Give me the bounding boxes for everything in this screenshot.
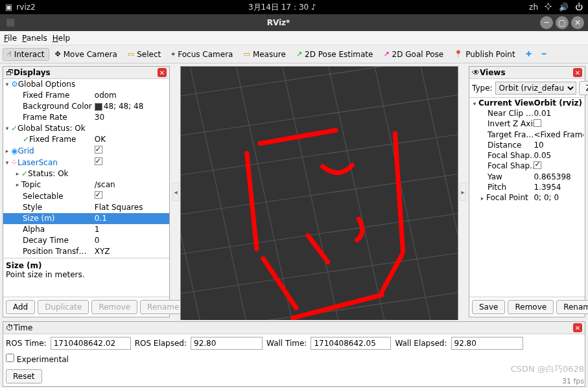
pin-icon: 📍 [454, 50, 463, 58]
view-type-select[interactable]: Orbit (rviz_defau [495, 82, 576, 95]
menubar: File Panels Help [0, 31, 588, 45]
zero-button[interactable]: Zero [579, 81, 588, 95]
measure-button[interactable]: ▭Measure [239, 48, 290, 61]
interact-button[interactable]: ☝Interact [3, 48, 49, 61]
volume-icon[interactable]: 🔊 [559, 3, 569, 12]
views-panel: 👁 Views ✕ Type: Orbit (rviz_defau Zero ▾… [469, 66, 585, 317]
view-rename-button[interactable]: Rename [556, 300, 588, 314]
reset-button[interactable]: Reset [6, 369, 42, 383]
grid-checkbox[interactable] [95, 146, 102, 154]
window-titlebar: RViz* ─ ▢ ✕ [0, 14, 588, 31]
remove-tool-button[interactable]: ━ [537, 48, 551, 60]
watermark: CSDN @白巧0628 [511, 363, 584, 375]
menu-file[interactable]: File [4, 34, 17, 43]
move-icon: ✥ [55, 50, 61, 58]
viewport-container: ◂ [172, 66, 466, 317]
svg-line-6 [181, 285, 458, 320]
svg-line-9 [233, 67, 306, 320]
goal-icon: ↗ [383, 50, 389, 58]
view-remove-button[interactable]: Remove [508, 300, 554, 314]
close-button[interactable]: ✕ [571, 16, 584, 29]
views-title: Views [480, 68, 573, 77]
minus-icon: ━ [542, 50, 547, 58]
property-description: Size (m) Point size in meters. [3, 258, 169, 297]
window-title: RViz* [18, 18, 539, 27]
panel-close-button[interactable]: ✕ [158, 68, 167, 77]
svg-line-12 [372, 67, 445, 320]
size-row[interactable]: Size (m)0.1 [3, 213, 169, 224]
menu-panels[interactable]: Panels [22, 34, 47, 43]
fps-label: 31 fps [562, 377, 584, 385]
add-button[interactable]: Add [6, 300, 35, 314]
wall-elapsed-label: Wall Elapsed: [395, 339, 447, 348]
wall-time-label: Wall Time: [266, 339, 307, 348]
pose-estimate-button[interactable]: ↗2D Pose Estimate [292, 48, 378, 61]
views-tree[interactable]: ▾Current ViewOrbit (rviz) Near Clip …0.0… [469, 98, 585, 297]
focal-shape-checkbox[interactable] [534, 161, 541, 169]
displays-panel: 🗗 Displays ✕ ▾⚙ Global Options Fixed Fra… [3, 66, 170, 317]
clock: 3月14日 17：30 [248, 3, 309, 12]
3d-viewport[interactable] [180, 66, 458, 320]
ros-time-input[interactable] [51, 337, 131, 350]
goal-pose-button[interactable]: ↗2D Goal Pose [379, 48, 448, 61]
time-icon: ⏱ [6, 323, 14, 332]
views-icon: 👁 [472, 68, 480, 77]
os-topbar: ▣ rviz2 3月14日 17：30 ♪ zh ⯎ 🔊 ⏻ [0, 0, 588, 14]
maximize-button[interactable]: ▢ [556, 16, 569, 29]
toolbar: ☝Interact ✥Move Camera ▭Select ⌖Focus Ca… [0, 45, 588, 63]
invert-z-checkbox[interactable] [534, 119, 541, 127]
time-title: Time [14, 323, 573, 332]
left-collapse-handle[interactable]: ◂ [172, 183, 179, 201]
duplicate-button: Duplicate [38, 300, 89, 314]
app-icon: ▣ [5, 3, 12, 12]
lang-indicator[interactable]: zh [529, 3, 538, 12]
hand-icon: ☝ [7, 50, 12, 58]
focus-camera-button[interactable]: ⌖Focus Camera [167, 48, 237, 61]
view-save-button[interactable]: Save [472, 300, 505, 314]
ros-elapsed-label: ROS Elapsed: [135, 339, 187, 348]
ruler-icon: ▭ [243, 50, 250, 58]
svg-line-0 [181, 67, 458, 100]
move-camera-button[interactable]: ✥Move Camera [51, 48, 122, 61]
ros-elapsed-input[interactable] [191, 337, 263, 350]
svg-line-3 [181, 166, 458, 219]
scene-svg [181, 67, 458, 320]
wall-time-input[interactable] [311, 337, 391, 350]
svg-line-13 [418, 67, 458, 320]
laserscan-checkbox[interactable] [95, 157, 102, 165]
menu-help[interactable]: Help [53, 34, 70, 43]
minimize-button[interactable]: ─ [540, 16, 553, 29]
svg-line-10 [280, 67, 353, 320]
network-icon[interactable]: ⯎ [545, 3, 552, 12]
bell-icon: ♪ [311, 3, 316, 12]
power-icon[interactable]: ⏻ [575, 3, 583, 12]
app-indicator: rviz2 [16, 3, 35, 12]
svg-line-14 [181, 67, 214, 320]
remove-button: Remove [91, 300, 137, 314]
ros-time-label: ROS Time: [6, 339, 47, 348]
select-button[interactable]: ▭Select [123, 48, 165, 61]
pose-estimate-icon: ↗ [296, 50, 302, 58]
app-window-icon [6, 19, 14, 27]
add-tool-button[interactable]: ✚ [521, 48, 536, 60]
displays-icon: 🗗 [6, 68, 14, 77]
time-panel: ⏱ Time ✕ ROS Time: ROS Elapsed: Wall Tim… [3, 321, 585, 387]
plus-icon: ✚ [526, 50, 532, 58]
view-type-label: Type: [472, 84, 493, 93]
displays-title: Displays [14, 68, 158, 77]
select-icon: ▭ [128, 50, 134, 58]
selectable-checkbox[interactable] [95, 191, 102, 199]
experimental-checkbox[interactable]: Experimental [6, 354, 69, 364]
displays-tree[interactable]: ▾⚙ Global Options Fixed Frameodom Backgr… [3, 79, 169, 258]
focus-icon: ⌖ [171, 50, 175, 58]
publish-point-button[interactable]: 📍Publish Point [449, 48, 519, 61]
panel-close-button[interactable]: ✕ [573, 68, 582, 77]
right-collapse-handle[interactable]: ▸ [460, 183, 466, 201]
wall-elapsed-input[interactable] [451, 337, 523, 350]
panel-close-button[interactable]: ✕ [573, 323, 582, 332]
